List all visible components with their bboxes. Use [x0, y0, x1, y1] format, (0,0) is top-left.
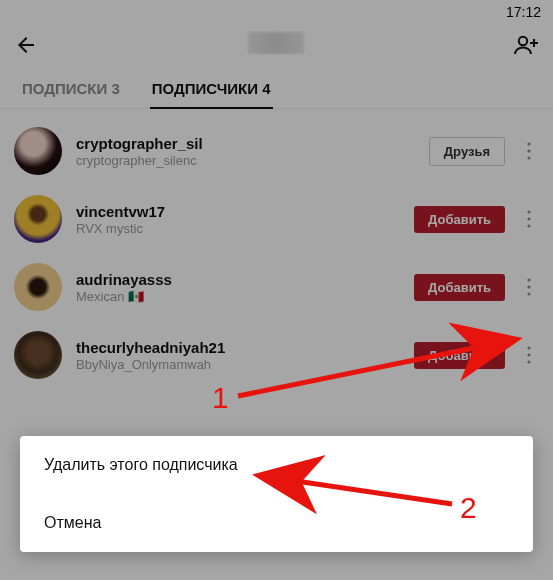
- clock: 17:12: [506, 4, 541, 20]
- svg-point-11: [527, 353, 530, 356]
- follower-info[interactable]: cryptographer_silcryptographer_silenc: [76, 135, 415, 168]
- svg-point-0: [519, 37, 527, 45]
- svg-point-4: [527, 210, 530, 213]
- username: cryptographer_sil: [76, 135, 415, 152]
- add-button[interactable]: Добавить: [414, 206, 505, 233]
- svg-point-1: [527, 142, 530, 145]
- page-title: [38, 32, 513, 58]
- title-blurred: [248, 32, 304, 54]
- back-icon[interactable]: [14, 33, 38, 57]
- avatar[interactable]: [14, 127, 62, 175]
- sheet-delete-follower[interactable]: Удалить этого подписчика: [20, 436, 533, 494]
- svg-point-9: [527, 292, 530, 295]
- follower-info[interactable]: audrinayasssMexican 🇲🇽: [76, 271, 400, 304]
- more-icon[interactable]: [519, 278, 539, 296]
- username: thecurlyheadniyah21: [76, 339, 400, 356]
- svg-point-2: [527, 149, 530, 152]
- follower-row: thecurlyheadniyah21BbyNiya_OnlymamwahДоб…: [0, 321, 553, 389]
- user-subtitle: BbyNiya_Onlymamwah: [76, 357, 400, 372]
- more-icon[interactable]: [519, 210, 539, 228]
- tab-subscribers[interactable]: ПОДПИСЧИКИ 4: [150, 72, 273, 109]
- avatar[interactable]: [14, 195, 62, 243]
- avatar[interactable]: [14, 331, 62, 379]
- screen: 17:12 ПОДПИСКИ 3 ПОДПИСЧИКИ 4 cryptograp…: [0, 0, 553, 580]
- header: [0, 24, 553, 66]
- follower-row: cryptographer_silcryptographer_silencДру…: [0, 117, 553, 185]
- followers-list: cryptographer_silcryptographer_silencДру…: [0, 109, 553, 397]
- add-user-icon[interactable]: [513, 33, 539, 57]
- follower-info[interactable]: vincentvw17RVX mystic: [76, 203, 400, 236]
- svg-point-12: [527, 360, 530, 363]
- more-icon[interactable]: [519, 346, 539, 364]
- svg-point-10: [527, 346, 530, 349]
- user-subtitle: RVX mystic: [76, 221, 400, 236]
- follower-row: vincentvw17RVX mysticДобавить: [0, 185, 553, 253]
- user-subtitle: cryptographer_silenc: [76, 153, 415, 168]
- action-sheet: Удалить этого подписчика Отмена: [20, 436, 533, 552]
- user-subtitle: Mexican 🇲🇽: [76, 289, 400, 304]
- more-icon[interactable]: [519, 142, 539, 160]
- svg-point-7: [527, 278, 530, 281]
- svg-point-6: [527, 224, 530, 227]
- follower-info[interactable]: thecurlyheadniyah21BbyNiya_Onlymamwah: [76, 339, 400, 372]
- svg-point-5: [527, 217, 530, 220]
- svg-point-3: [527, 156, 530, 159]
- username: audrinayasss: [76, 271, 400, 288]
- tab-subscriptions[interactable]: ПОДПИСКИ 3: [20, 72, 122, 108]
- friends-button[interactable]: Друзья: [429, 137, 505, 166]
- username: vincentvw17: [76, 203, 400, 220]
- svg-point-8: [527, 285, 530, 288]
- status-bar: 17:12: [0, 0, 553, 24]
- tabs: ПОДПИСКИ 3 ПОДПИСЧИКИ 4: [0, 66, 553, 109]
- follower-row: audrinayasssMexican 🇲🇽Добавить: [0, 253, 553, 321]
- sheet-cancel[interactable]: Отмена: [20, 494, 533, 552]
- avatar[interactable]: [14, 263, 62, 311]
- add-button[interactable]: Добавить: [414, 342, 505, 369]
- add-button[interactable]: Добавить: [414, 274, 505, 301]
